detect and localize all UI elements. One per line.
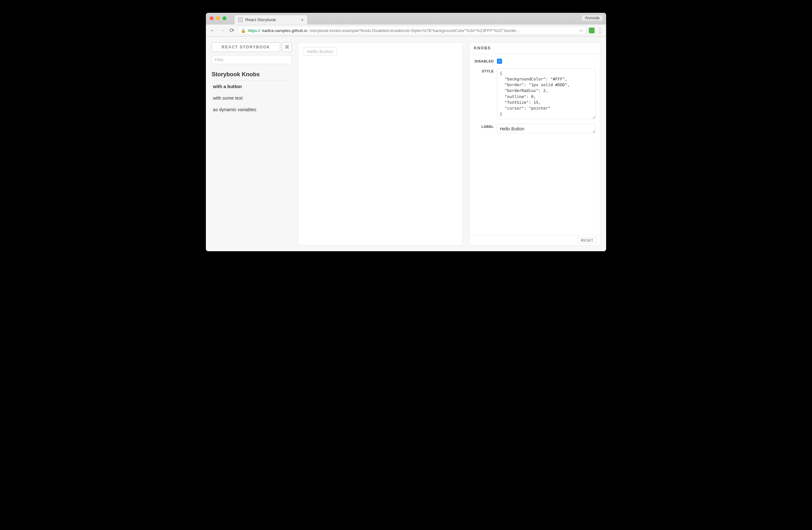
traffic-lights (210, 16, 227, 20)
knobs-reset-button[interactable]: RESET (577, 237, 597, 243)
address-bar[interactable]: 🔒 https://kadira-samples.github.io/story… (238, 26, 586, 35)
knob-disabled-label: DISABLED (474, 58, 494, 63)
knobs-panel: KNOBS DISABLED ✓ STYLE LABEL RE (469, 42, 600, 246)
sidebar-brand-button[interactable]: REACT STORYBOOK (212, 42, 280, 52)
profile-chip[interactable]: Arunoda (581, 15, 603, 21)
nav-back-icon[interactable]: ← (209, 27, 216, 34)
sidebar-shortcut-button[interactable]: ⌘ (282, 42, 292, 52)
sidebar-story-as-dynamic-variables[interactable]: as dynamic variables (212, 104, 292, 115)
sidebar-filter-input[interactable] (212, 55, 292, 64)
page-favicon-icon: 🗋 (238, 18, 243, 22)
extension-icon[interactable] (589, 28, 595, 33)
url-path: /storybook-knobs-example/?knob-Disabled=… (309, 28, 521, 33)
bookmark-star-icon[interactable]: ☆ (579, 28, 583, 34)
knob-label-textarea[interactable] (497, 124, 596, 133)
knob-label-label: LABEL (474, 124, 494, 128)
knobs-panel-title: KNOBS (469, 43, 600, 54)
preview-hello-button[interactable]: Hello Button (304, 47, 337, 56)
secure-lock-icon: 🔒 (241, 28, 246, 33)
url-host: kadira-samples.github.io (262, 28, 307, 33)
tab-bar: 🗋 React Storybook × Arunoda (206, 13, 606, 24)
browser-window: 🗋 React Storybook × Arunoda ← → ⟳ 🔒 http… (206, 13, 606, 251)
sidebar-story-with-a-button[interactable]: with a button (212, 81, 292, 92)
url-scheme: https:// (248, 28, 260, 33)
nav-forward-icon: → (219, 27, 226, 34)
knob-style-label: STYLE (474, 68, 494, 73)
sidebar-story-with-some-text[interactable]: with some text (212, 92, 292, 104)
browser-toolbar: ← → ⟳ 🔒 https://kadira-samples.github.io… (206, 24, 606, 37)
browser-tab[interactable]: 🗋 React Storybook × (234, 15, 308, 24)
knob-style-textarea[interactable] (497, 68, 596, 119)
nav-reload-icon[interactable]: ⟳ (228, 27, 235, 34)
tab-title: React Storybook (245, 17, 276, 22)
sidebar-group-title: Storybook Knobs (212, 71, 292, 81)
window-minimize-icon[interactable] (216, 16, 220, 20)
storybook-sidebar: REACT STORYBOOK ⌘ Storybook Knobs with a… (212, 42, 292, 246)
preview-panel: Hello Button (298, 42, 463, 246)
storybook-app: REACT STORYBOOK ⌘ Storybook Knobs with a… (206, 37, 606, 251)
tab-close-icon[interactable]: × (301, 17, 304, 23)
knob-disabled-checkbox[interactable]: ✓ (497, 59, 502, 64)
window-close-icon[interactable] (210, 16, 214, 20)
browser-menu-icon[interactable]: ⋮ (597, 27, 603, 34)
window-maximize-icon[interactable] (222, 16, 227, 20)
